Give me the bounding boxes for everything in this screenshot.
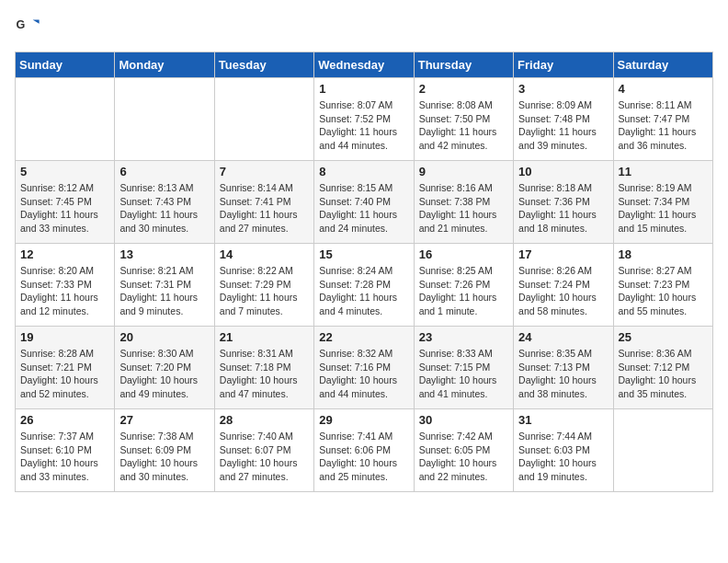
day-number: 29 xyxy=(319,413,408,427)
day-number: 5 xyxy=(20,165,109,178)
day-cell: 25Sunrise: 8:36 AM Sunset: 7:12 PM Dayli… xyxy=(613,327,712,409)
day-number: 28 xyxy=(220,413,309,427)
day-info: Sunrise: 7:41 AM Sunset: 6:06 PM Dayligh… xyxy=(319,430,408,484)
day-info: Sunrise: 8:08 AM Sunset: 7:50 PM Dayligh… xyxy=(419,98,508,153)
calendar-body: 1Sunrise: 8:07 AM Sunset: 7:52 PM Daylig… xyxy=(16,78,713,492)
day-number: 10 xyxy=(518,165,608,178)
day-number: 13 xyxy=(119,247,209,261)
day-cell: 14Sunrise: 8:22 AM Sunset: 7:29 PM Dayli… xyxy=(214,244,313,327)
day-number: 16 xyxy=(419,247,508,261)
day-info: Sunrise: 8:28 AM Sunset: 7:21 PM Dayligh… xyxy=(20,347,109,401)
day-cell: 20Sunrise: 8:30 AM Sunset: 7:20 PM Dayli… xyxy=(115,327,214,409)
day-cell: 11Sunrise: 8:19 AM Sunset: 7:34 PM Dayli… xyxy=(613,161,712,244)
day-number: 27 xyxy=(119,413,209,427)
day-cell: 28Sunrise: 7:40 AM Sunset: 6:07 PM Dayli… xyxy=(214,409,313,492)
day-number: 23 xyxy=(419,330,508,344)
day-info: Sunrise: 8:18 AM Sunset: 7:36 PM Dayligh… xyxy=(518,181,608,236)
day-info: Sunrise: 8:36 AM Sunset: 7:12 PM Dayligh… xyxy=(619,347,708,401)
day-info: Sunrise: 7:40 AM Sunset: 6:07 PM Dayligh… xyxy=(220,430,309,484)
day-info: Sunrise: 8:31 AM Sunset: 7:18 PM Dayligh… xyxy=(220,347,309,401)
day-info: Sunrise: 8:27 AM Sunset: 7:23 PM Dayligh… xyxy=(619,264,708,318)
day-cell: 4Sunrise: 8:11 AM Sunset: 7:47 PM Daylig… xyxy=(613,78,712,161)
day-info: Sunrise: 8:21 AM Sunset: 7:31 PM Dayligh… xyxy=(119,264,209,318)
day-cell: 27Sunrise: 7:38 AM Sunset: 6:09 PM Dayli… xyxy=(115,409,214,492)
day-cell: 29Sunrise: 7:41 AM Sunset: 6:06 PM Dayli… xyxy=(314,409,414,492)
day-info: Sunrise: 8:32 AM Sunset: 7:16 PM Dayligh… xyxy=(319,347,408,401)
logo: G xyxy=(15,15,44,40)
day-cell: 3Sunrise: 8:09 AM Sunset: 7:48 PM Daylig… xyxy=(514,78,613,161)
day-cell: 18Sunrise: 8:27 AM Sunset: 7:23 PM Dayli… xyxy=(613,244,712,327)
day-number: 19 xyxy=(20,330,109,344)
week-row-2: 12Sunrise: 8:20 AM Sunset: 7:33 PM Dayli… xyxy=(16,244,713,327)
day-cell: 19Sunrise: 8:28 AM Sunset: 7:21 PM Dayli… xyxy=(16,327,115,409)
day-number: 15 xyxy=(319,247,408,261)
day-cell: 24Sunrise: 8:35 AM Sunset: 7:13 PM Dayli… xyxy=(514,327,613,409)
day-number: 30 xyxy=(419,413,508,427)
day-number: 7 xyxy=(220,165,309,178)
day-cell xyxy=(613,409,712,492)
day-cell: 9Sunrise: 8:16 AM Sunset: 7:38 PM Daylig… xyxy=(414,161,513,244)
week-row-3: 19Sunrise: 8:28 AM Sunset: 7:21 PM Dayli… xyxy=(16,327,713,409)
day-cell: 12Sunrise: 8:20 AM Sunset: 7:33 PM Dayli… xyxy=(16,244,115,327)
day-cell: 1Sunrise: 8:07 AM Sunset: 7:52 PM Daylig… xyxy=(314,78,414,161)
day-number: 8 xyxy=(319,165,408,178)
day-info: Sunrise: 8:33 AM Sunset: 7:15 PM Dayligh… xyxy=(419,347,508,401)
day-cell: 31Sunrise: 7:44 AM Sunset: 6:03 PM Dayli… xyxy=(514,409,613,492)
day-number: 3 xyxy=(518,82,608,96)
day-info: Sunrise: 7:44 AM Sunset: 6:03 PM Dayligh… xyxy=(518,430,608,484)
day-number: 4 xyxy=(619,82,708,96)
calendar-table: SundayMondayTuesdayWednesdayThursdayFrid… xyxy=(15,52,713,492)
day-info: Sunrise: 8:13 AM Sunset: 7:43 PM Dayligh… xyxy=(119,181,209,236)
day-number: 6 xyxy=(119,165,209,178)
day-number: 1 xyxy=(319,82,408,96)
svg-text:G: G xyxy=(16,18,25,31)
header-cell-thursday: Thursday xyxy=(414,52,513,78)
day-number: 25 xyxy=(619,330,708,344)
week-row-1: 5Sunrise: 8:12 AM Sunset: 7:45 PM Daylig… xyxy=(16,161,713,244)
day-cell: 21Sunrise: 8:31 AM Sunset: 7:18 PM Dayli… xyxy=(214,327,313,409)
day-cell: 7Sunrise: 8:14 AM Sunset: 7:41 PM Daylig… xyxy=(214,161,313,244)
day-cell: 15Sunrise: 8:24 AM Sunset: 7:28 PM Dayli… xyxy=(314,244,414,327)
header-cell-friday: Friday xyxy=(514,52,613,78)
day-info: Sunrise: 8:14 AM Sunset: 7:41 PM Dayligh… xyxy=(220,181,309,236)
header-cell-tuesday: Tuesday xyxy=(214,52,313,78)
day-info: Sunrise: 8:22 AM Sunset: 7:29 PM Dayligh… xyxy=(220,264,309,318)
day-info: Sunrise: 8:24 AM Sunset: 7:28 PM Dayligh… xyxy=(319,264,408,318)
day-info: Sunrise: 8:11 AM Sunset: 7:47 PM Dayligh… xyxy=(619,98,708,153)
header-cell-monday: Monday xyxy=(115,52,214,78)
day-number: 31 xyxy=(518,413,608,427)
day-cell: 22Sunrise: 8:32 AM Sunset: 7:16 PM Dayli… xyxy=(314,327,414,409)
header-cell-sunday: Sunday xyxy=(16,52,115,78)
header: G xyxy=(15,15,713,40)
day-cell: 5Sunrise: 8:12 AM Sunset: 7:45 PM Daylig… xyxy=(16,161,115,244)
day-number: 18 xyxy=(619,247,708,261)
day-number: 22 xyxy=(319,330,408,344)
day-cell xyxy=(16,78,115,161)
logo-icon: G xyxy=(15,15,40,40)
calendar-header: SundayMondayTuesdayWednesdayThursdayFrid… xyxy=(16,52,713,78)
day-info: Sunrise: 8:30 AM Sunset: 7:20 PM Dayligh… xyxy=(119,347,209,401)
day-cell: 13Sunrise: 8:21 AM Sunset: 7:31 PM Dayli… xyxy=(115,244,214,327)
day-info: Sunrise: 7:42 AM Sunset: 6:05 PM Dayligh… xyxy=(419,430,508,484)
day-info: Sunrise: 8:15 AM Sunset: 7:40 PM Dayligh… xyxy=(319,181,408,236)
week-row-4: 26Sunrise: 7:37 AM Sunset: 6:10 PM Dayli… xyxy=(16,409,713,492)
day-cell xyxy=(214,78,313,161)
day-number: 12 xyxy=(20,247,109,261)
day-info: Sunrise: 8:19 AM Sunset: 7:34 PM Dayligh… xyxy=(619,181,708,236)
day-cell: 26Sunrise: 7:37 AM Sunset: 6:10 PM Dayli… xyxy=(16,409,115,492)
day-number: 9 xyxy=(419,165,508,178)
day-info: Sunrise: 8:16 AM Sunset: 7:38 PM Dayligh… xyxy=(419,181,508,236)
day-info: Sunrise: 8:20 AM Sunset: 7:33 PM Dayligh… xyxy=(20,264,109,318)
day-cell: 23Sunrise: 8:33 AM Sunset: 7:15 PM Dayli… xyxy=(414,327,513,409)
header-row: SundayMondayTuesdayWednesdayThursdayFrid… xyxy=(16,52,713,78)
day-cell: 16Sunrise: 8:25 AM Sunset: 7:26 PM Dayli… xyxy=(414,244,513,327)
header-cell-saturday: Saturday xyxy=(613,52,712,78)
day-number: 26 xyxy=(20,413,109,427)
day-info: Sunrise: 8:26 AM Sunset: 7:24 PM Dayligh… xyxy=(518,264,608,318)
day-info: Sunrise: 7:38 AM Sunset: 6:09 PM Dayligh… xyxy=(119,430,209,484)
day-cell: 2Sunrise: 8:08 AM Sunset: 7:50 PM Daylig… xyxy=(414,78,513,161)
day-info: Sunrise: 8:25 AM Sunset: 7:26 PM Dayligh… xyxy=(419,264,508,318)
day-number: 11 xyxy=(619,165,708,178)
day-cell: 8Sunrise: 8:15 AM Sunset: 7:40 PM Daylig… xyxy=(314,161,414,244)
day-cell: 10Sunrise: 8:18 AM Sunset: 7:36 PM Dayli… xyxy=(514,161,613,244)
